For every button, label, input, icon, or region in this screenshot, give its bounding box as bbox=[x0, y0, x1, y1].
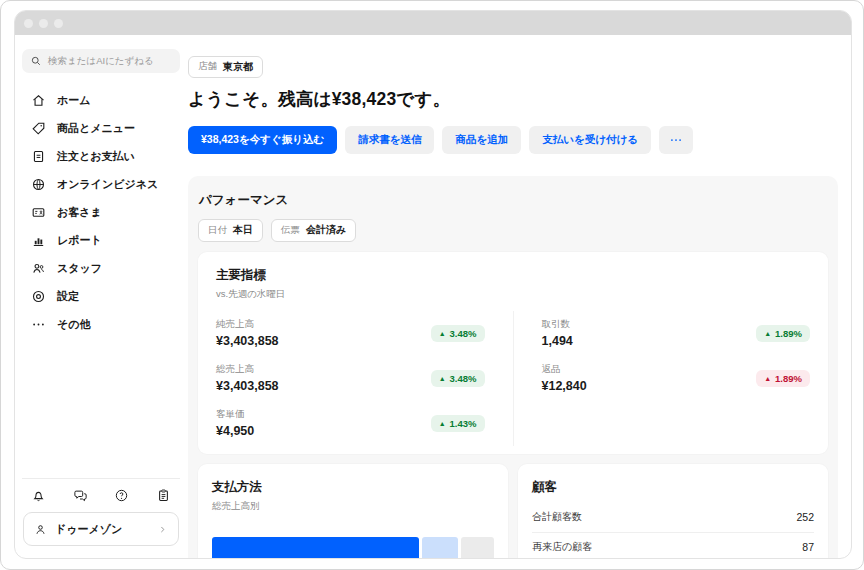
metrics-column-right: 取引数 1,494 ▲ 1.89% bbox=[513, 311, 811, 446]
performance-panel: パフォーマンス 日付 本日 伝票 会計済み bbox=[188, 176, 838, 559]
location-value: 東京都 bbox=[223, 60, 253, 74]
sidebar-item-label: ホーム bbox=[57, 93, 91, 108]
change-value: 1.43% bbox=[450, 418, 477, 429]
customers-card: 顧客 合計顧客数 252 再来店の顧客 bbox=[518, 464, 828, 559]
metric-value: ¥4,950 bbox=[216, 424, 254, 438]
filter-chip-slips[interactable]: 伝票 会計済み bbox=[271, 219, 356, 242]
customers-title: 顧客 bbox=[532, 479, 814, 496]
bar-segment-fill bbox=[212, 537, 419, 559]
up-triangle-icon: ▲ bbox=[764, 375, 771, 382]
sidebar-item-receipt[interactable]: 注文とお支払い bbox=[15, 142, 187, 170]
tag-icon bbox=[31, 121, 46, 136]
settings-icon bbox=[31, 289, 46, 304]
change-badge: ▲ 1.43% bbox=[431, 415, 485, 432]
sidebar-item-tag[interactable]: 商品とメニュー bbox=[15, 114, 187, 142]
change-value: 3.48% bbox=[450, 373, 477, 384]
person-icon bbox=[34, 523, 47, 536]
sidebar: 検索またはAIにたずねる ホーム 商品とメニュー bbox=[15, 35, 187, 558]
more-actions-button[interactable] bbox=[659, 126, 693, 154]
sidebar-item-label: スタッフ bbox=[57, 261, 102, 276]
sidebar-item-label: 商品とメニュー bbox=[57, 121, 135, 136]
window-dot-icon[interactable] bbox=[54, 19, 63, 28]
account-switcher-button[interactable]: ドゥーメゾン bbox=[23, 512, 179, 546]
sidebar-item-people[interactable]: スタッフ bbox=[15, 254, 187, 282]
search-input[interactable]: 検索またはAIにたずねる bbox=[22, 49, 180, 73]
sidebar-item-label: レポート bbox=[57, 233, 102, 248]
metric-net-sales: 純売上高 ¥3,403,858 ▲ 3.48% bbox=[216, 311, 485, 356]
performance-filters: 日付 本日 伝票 会計済み bbox=[198, 219, 828, 242]
footer-button-chat[interactable] bbox=[73, 488, 88, 503]
metrics-grid: 純売上高 ¥3,403,858 ▲ 3.48% bbox=[216, 311, 810, 446]
globe-icon bbox=[31, 177, 46, 192]
sidebar-item-chart[interactable]: レポート bbox=[15, 226, 187, 254]
page-title: ようこそ。残高は¥38,423です。 bbox=[188, 87, 838, 111]
bell-icon bbox=[31, 488, 46, 503]
metric-transactions: 取引数 1,494 ▲ 1.89% bbox=[542, 311, 811, 356]
secondary-actions: 請求書を送信 商品を追加 支払いを受け付ける bbox=[345, 126, 651, 154]
metric-value: ¥12,840 bbox=[542, 379, 587, 393]
bar-segment-fill bbox=[461, 537, 494, 559]
change-badge: ▲ 3.48% bbox=[431, 325, 485, 342]
filter-label: 伝票 bbox=[281, 224, 300, 237]
sidebar-item-label: 設定 bbox=[57, 289, 79, 304]
customer-row-value: 252 bbox=[796, 511, 814, 523]
bar-segment-fill bbox=[422, 537, 458, 559]
sidebar-item-more[interactable]: その他 bbox=[15, 310, 187, 338]
window-titlebar bbox=[15, 11, 851, 35]
action-button-accept-payment[interactable]: 支払いを受け付ける bbox=[529, 126, 651, 154]
bar-segment-secondary: 13% bbox=[422, 537, 458, 559]
ellipsis-icon bbox=[669, 133, 683, 147]
change-badge: ▲ 1.89% bbox=[756, 325, 810, 342]
action-button-send-invoice[interactable]: 請求書を送信 bbox=[345, 126, 434, 154]
footer-button-help[interactable] bbox=[114, 488, 129, 503]
sidebar-footer-icons bbox=[15, 479, 187, 510]
sidebar-item-home[interactable]: ホーム bbox=[15, 86, 187, 114]
sidebar-item-settings[interactable]: 設定 bbox=[15, 282, 187, 310]
payment-methods-subtitle: 総売上高別 bbox=[212, 500, 494, 513]
metrics-column-left: 純売上高 ¥3,403,858 ▲ 3.48% bbox=[216, 311, 513, 446]
action-button-add-item[interactable]: 商品を追加 bbox=[442, 126, 521, 154]
change-badge: ▲ 1.89% bbox=[756, 370, 810, 387]
sidebar-footer: ドゥーメゾン bbox=[15, 478, 187, 558]
footer-button-bell[interactable] bbox=[31, 488, 46, 503]
customer-row-value: 87 bbox=[802, 541, 814, 553]
customer-row-label: 合計顧客数 bbox=[532, 510, 582, 524]
up-triangle-icon: ▲ bbox=[439, 375, 446, 382]
customer-row-total-customers: 合計顧客数 252 bbox=[532, 502, 814, 532]
search-placeholder: 検索またはAIにたずねる bbox=[48, 55, 154, 68]
up-triangle-icon: ▲ bbox=[764, 330, 771, 337]
metric-refunds: 返品 ¥12,840 ▲ 1.89% bbox=[542, 356, 811, 401]
quick-actions: ¥38,423を今すぐ振り込む 請求書を送信 商品を追加 支払いを受け付ける bbox=[188, 126, 838, 154]
filter-label: 日付 bbox=[208, 224, 227, 237]
metric-avg-spend: 客単価 ¥4,950 ▲ 1.43% bbox=[216, 401, 485, 446]
account-name: ドゥーメゾン bbox=[55, 522, 122, 537]
chat-icon bbox=[73, 488, 88, 503]
sidebar-item-idcard[interactable]: お客さま bbox=[15, 198, 187, 226]
customers-rows: 合計顧客数 252 再来店の顧客 87 bbox=[532, 502, 814, 559]
screenshot-frame: 検索またはAIにたずねる ホーム 商品とメニュー bbox=[0, 0, 864, 570]
metric-label: 返品 bbox=[542, 363, 587, 376]
sidebar-item-label: その他 bbox=[57, 317, 91, 332]
sidebar-item-label: 注文とお支払い bbox=[57, 149, 135, 164]
sidebar-item-globe[interactable]: オンラインビジネス bbox=[15, 170, 187, 198]
location-selector[interactable]: 店舗 東京都 bbox=[188, 56, 263, 78]
filter-chip-date[interactable]: 日付 本日 bbox=[198, 219, 263, 242]
chart-icon bbox=[31, 233, 46, 248]
window-dot-icon[interactable] bbox=[24, 19, 33, 28]
bar-segment-other: 12% bbox=[461, 537, 494, 559]
window-dot-icon[interactable] bbox=[39, 19, 48, 28]
footer-button-clipboard[interactable] bbox=[156, 488, 171, 503]
people-icon bbox=[31, 261, 46, 276]
location-label: 店舗 bbox=[198, 60, 217, 73]
more-icon bbox=[31, 317, 46, 332]
transfer-balance-button[interactable]: ¥38,423を今すぐ振り込む bbox=[188, 126, 337, 154]
metric-label: 取引数 bbox=[542, 318, 573, 331]
change-badge: ▲ 3.48% bbox=[431, 370, 485, 387]
performance-title: パフォーマンス bbox=[199, 192, 828, 209]
bar-segment-primary: 75% bbox=[212, 537, 419, 559]
customer-row-returning-customers: 再来店の顧客 87 bbox=[532, 532, 814, 559]
metric-label: 客単価 bbox=[216, 408, 254, 421]
metric-value: ¥3,403,858 bbox=[216, 334, 279, 348]
payment-methods-title: 支払方法 bbox=[212, 479, 494, 496]
change-value: 1.89% bbox=[775, 328, 802, 339]
